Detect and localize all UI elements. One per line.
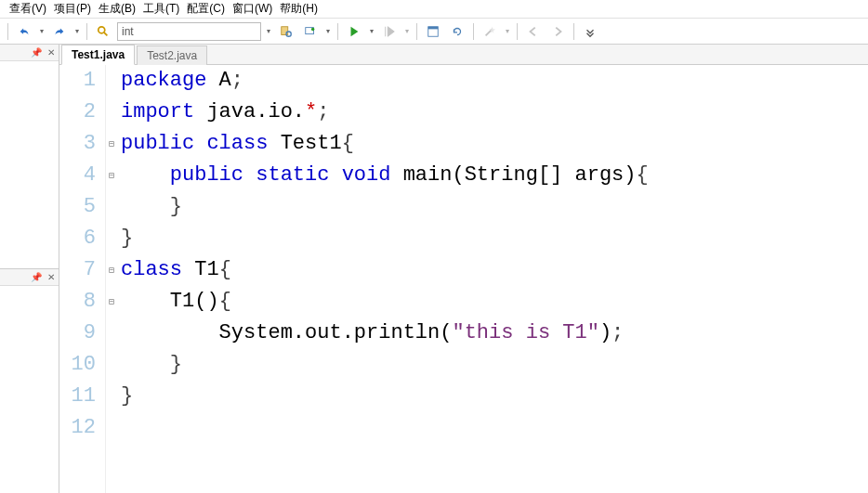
fold-gutter[interactable]: ⊟⊟⊟⊟: [106, 65, 117, 493]
line-number: 3: [59, 128, 96, 160]
nav-back-button[interactable]: [523, 21, 544, 42]
step-dropdown[interactable]: ▾: [403, 27, 411, 35]
fold-handle: [106, 191, 117, 223]
step-button[interactable]: [379, 21, 400, 42]
fold-handle: [106, 349, 117, 381]
fold-handle: [106, 97, 117, 128]
run-dropdown[interactable]: ▾: [368, 27, 375, 35]
tab-Test2-java[interactable]: Test2.java: [137, 45, 207, 65]
line-number: 10: [59, 349, 96, 381]
find-in-files-button[interactable]: [276, 21, 296, 42]
line-number: 1: [59, 65, 96, 97]
tab-Test1-java[interactable]: Test1.java: [61, 45, 135, 65]
code-content[interactable]: package A;import java.io.*;public class …: [117, 65, 868, 493]
main-area: 📌 ✕ 📌 ✕ Test1.javaTest2.java 12345678910…: [0, 45, 868, 493]
code-line[interactable]: }: [121, 223, 868, 254]
svg-point-0: [99, 26, 105, 32]
fold-handle: [106, 65, 117, 97]
line-number: 8: [59, 286, 96, 318]
fold-handle: [106, 223, 117, 254]
bookmark-button[interactable]: [300, 21, 321, 42]
toolbar-separator: [416, 23, 417, 40]
toolbar-separator: [337, 23, 338, 40]
toolbar-separator: [517, 23, 518, 40]
code-line[interactable]: public static void main(String[] args){: [121, 160, 868, 191]
code-line[interactable]: [121, 412, 868, 444]
svg-rect-7: [428, 26, 439, 29]
fold-handle: [106, 381, 117, 412]
undo-dropdown[interactable]: ▾: [38, 27, 46, 35]
wand-dropdown[interactable]: ▾: [504, 27, 511, 35]
fold-handle[interactable]: ⊟: [106, 160, 117, 191]
line-number: 11: [59, 381, 96, 412]
nav-forward-button[interactable]: [547, 21, 568, 42]
overflow-button[interactable]: [580, 21, 600, 42]
toolbar: ▾ ▾ ▾ ▾ ▾ ▾ ▾: [0, 19, 868, 45]
menubar: 查看(V) 项目(P) 生成(B) 工具(T) 配置(C) 窗口(W) 帮助(H…: [0, 0, 868, 19]
search-dropdown[interactable]: ▾: [265, 27, 272, 35]
menu-build[interactable]: 生成(B): [99, 1, 136, 17]
search-input[interactable]: [117, 22, 261, 41]
panel-button[interactable]: [423, 21, 443, 42]
refresh-button[interactable]: [447, 21, 467, 42]
menu-project[interactable]: 项目(P): [54, 1, 91, 17]
search-icon[interactable]: [93, 21, 113, 42]
line-number: 12: [59, 412, 96, 444]
fold-handle: [106, 412, 117, 444]
line-number: 5: [59, 191, 96, 223]
line-gutter: 123456789101112: [59, 65, 106, 493]
fold-handle[interactable]: ⊟: [106, 254, 117, 286]
code-line[interactable]: package A;: [121, 65, 868, 97]
code-line[interactable]: }: [121, 381, 868, 412]
side-pane-top: 📌 ✕: [0, 45, 59, 269]
svg-line-1: [104, 32, 108, 35]
code-line[interactable]: System.out.println("this is T1");: [121, 318, 868, 349]
pin-icon[interactable]: 📌: [31, 46, 42, 58]
side-pane-header: 📌 ✕: [0, 269, 59, 286]
menu-help[interactable]: 帮助(H): [280, 1, 318, 17]
code-line[interactable]: T1(){: [121, 286, 868, 318]
toolbar-separator: [86, 23, 87, 40]
menu-config[interactable]: 配置(C): [187, 1, 225, 17]
side-panel: 📌 ✕ 📌 ✕: [0, 45, 59, 493]
line-number: 6: [59, 223, 96, 254]
code-line[interactable]: }: [121, 349, 868, 381]
line-number: 7: [59, 254, 96, 286]
line-number: 2: [59, 97, 96, 128]
code-line[interactable]: }: [121, 191, 868, 223]
close-icon[interactable]: ✕: [46, 46, 57, 58]
menu-window[interactable]: 窗口(W): [232, 1, 272, 17]
redo-button[interactable]: [49, 21, 70, 42]
editor-area: Test1.javaTest2.java 123456789101112 ⊟⊟⊟…: [59, 45, 868, 493]
line-number: 9: [59, 318, 96, 349]
side-pane-bottom: 📌 ✕: [0, 269, 59, 493]
fold-handle: [106, 318, 117, 349]
menu-tools[interactable]: 工具(T): [143, 1, 179, 17]
run-button[interactable]: [344, 21, 364, 42]
pin-icon[interactable]: 📌: [31, 271, 42, 282]
menu-view[interactable]: 查看(V): [9, 1, 46, 17]
wand-button[interactable]: [480, 21, 500, 42]
code-editor[interactable]: 123456789101112 ⊟⊟⊟⊟ package A;import ja…: [59, 65, 868, 493]
fold-handle[interactable]: ⊟: [106, 128, 117, 160]
tabbar: Test1.javaTest2.java: [59, 45, 868, 65]
undo-button[interactable]: [14, 21, 34, 42]
code-line[interactable]: class T1{: [121, 254, 868, 286]
code-line[interactable]: public class Test1{: [121, 128, 868, 160]
toolbar-separator: [473, 23, 474, 40]
side-pane-header: 📌 ✕: [0, 45, 59, 61]
redo-dropdown[interactable]: ▾: [73, 27, 81, 35]
bookmark-dropdown[interactable]: ▾: [324, 27, 332, 35]
close-icon[interactable]: ✕: [46, 271, 57, 282]
toolbar-separator: [573, 23, 574, 40]
toolbar-separator: [7, 23, 8, 40]
code-line[interactable]: import java.io.*;: [121, 97, 868, 128]
fold-handle[interactable]: ⊟: [106, 286, 117, 318]
line-number: 4: [59, 160, 96, 191]
svg-point-5: [311, 27, 315, 31]
